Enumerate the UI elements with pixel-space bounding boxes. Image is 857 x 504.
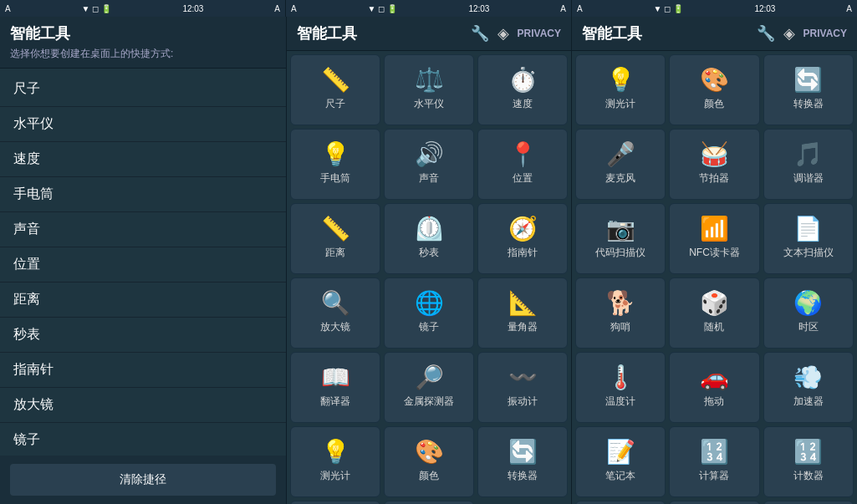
tool-label: 调谐器 [793, 171, 824, 186]
panel-middle-header: 智能工具 🔧 ◈ PRIVACY [287, 17, 571, 51]
grid-item[interactable]: 🌐镜子 [384, 277, 474, 349]
list-item[interactable]: 手电筒 [0, 177, 286, 212]
tool-label: 时区 [798, 320, 819, 334]
grid-item[interactable]: 〰️振动计 [477, 352, 568, 423]
gps-icon: ◈ [497, 24, 509, 43]
status-icons-1: ▼ ◻ 🔋 [82, 4, 112, 13]
tool-label: 振动计 [508, 395, 538, 409]
list-item[interactable]: 放大镜 [0, 388, 286, 423]
tool-label: 加速器 [793, 395, 824, 409]
grid-item[interactable]: 💡手电筒 [290, 129, 380, 200]
panel-middle-title: 智能工具 [297, 23, 462, 43]
clear-shortcuts-button[interactable]: 清除捷径 [10, 464, 276, 496]
grid-item[interactable]: 🎨颜色 [384, 426, 474, 497]
tool-label: 距离 [325, 246, 345, 260]
tool-icon: 🎨 [700, 69, 729, 92]
status-left-2: A [291, 4, 297, 13]
grid-item[interactable]: 📍位置 [477, 129, 568, 200]
grid-item[interactable]: 📏距离 [290, 203, 380, 274]
grid-item[interactable]: 📷代码扫描仪 [575, 203, 666, 274]
grid-item[interactable]: 🔄转换器 [477, 426, 568, 497]
list-item[interactable]: 尺子 [0, 72, 286, 107]
list-item[interactable]: 速度 [0, 142, 286, 177]
panel-left-list: 尺子水平仪速度手电筒声音位置距离秒表指南针放大镜镜子 [0, 69, 286, 456]
grid-item[interactable]: 💡测光计 [575, 54, 666, 125]
tool-icon: 🧭 [508, 217, 538, 241]
grid-item[interactable]: 📶NFC读卡器 [669, 203, 759, 274]
grid-item[interactable]: 📏尺子 [290, 54, 380, 125]
tool-label: 拖动 [704, 395, 724, 409]
grid-item[interactable]: 🔊声音 [384, 129, 474, 200]
grid-item[interactable]: 🔎金属探测器 [384, 352, 474, 423]
tool-icon: 📷 [606, 217, 635, 241]
grid-item[interactable]: ⚖️水平仪 [384, 54, 474, 125]
grid-item[interactable]: 🎤麦克风 [575, 129, 666, 200]
tool-icon: 🔍 [321, 292, 350, 315]
panel-left-header: 智能工具 选择你想要创建在桌面上的快捷方式: [0, 17, 286, 69]
wrench-icon-right: 🔧 [757, 24, 775, 43]
tool-label: 颜色 [419, 469, 439, 483]
tool-label: 手电筒 [320, 171, 350, 186]
grid-item[interactable]: ⚙️⚙ [290, 501, 380, 504]
grid-item[interactable]: 🎵🎵 [384, 501, 474, 504]
grid-item[interactable]: 📐量角器 [477, 277, 568, 349]
status-time-1: 12:03 [182, 4, 203, 13]
grid-item[interactable]: 🎵调谐器 [763, 129, 854, 200]
tool-label: 位置 [513, 171, 533, 186]
tool-label: 麦克风 [605, 171, 635, 186]
status-bar-1: A ▼ ◻ 🔋 12:03 A [0, 0, 285, 17]
grid-item[interactable]: 🌍时区 [763, 277, 854, 349]
grid-item[interactable]: 🐕狗哨 [575, 277, 666, 349]
grid-item[interactable]: 🧭指南针 [477, 203, 568, 274]
grid-item[interactable]: 🎨颜色 [669, 54, 759, 125]
panel-left-subtitle: 选择你想要创建在桌面上的快捷方式: [10, 47, 276, 61]
grid-item[interactable]: 👣👣 [575, 501, 666, 504]
panel-right: 智能工具 🔧 ◈ PRIVACY 💡测光计🎨颜色🔄转换器🎤麦克风🥁节拍器🎵调谐器… [572, 17, 857, 504]
panel-left-title: 智能工具 [10, 23, 276, 43]
list-item[interactable]: 声音 [0, 212, 286, 247]
tool-label: 量角器 [508, 320, 538, 334]
panel-middle: 智能工具 🔧 ◈ PRIVACY 📏尺子⚖️水平仪⏱️速度💡手电筒🔊声音📍位置📏… [287, 17, 572, 504]
grid-item[interactable]: ⏱️速度 [477, 54, 568, 125]
grid-item[interactable]: 📖翻译器 [290, 352, 380, 423]
tool-icon: 📖 [321, 366, 350, 389]
grid-item[interactable]: ⏲️秒表 [384, 203, 474, 274]
grid-item[interactable]: 🥁节拍器 [669, 129, 759, 200]
tool-label: 笔记本 [605, 469, 635, 483]
grid-item[interactable]: 💡测光计 [290, 426, 380, 497]
tool-icon: 🔄 [793, 69, 823, 92]
grid-item[interactable]: 🔢计算器 [669, 426, 759, 497]
grid-item[interactable]: 🔄转换器 [763, 54, 854, 125]
wrench-icon: 🔧 [471, 24, 489, 43]
tool-icon: 📶 [700, 217, 729, 241]
tool-icon: 🥁 [700, 143, 729, 166]
tool-icon: 📏 [321, 217, 350, 241]
tool-icon: 💡 [321, 440, 350, 464]
grid-item[interactable]: 🚗拖动 [669, 352, 759, 423]
tool-icon: 🌡️ [606, 366, 635, 389]
grid-item[interactable]: 🎲随机 [669, 277, 759, 349]
list-item[interactable]: 指南针 [0, 353, 286, 388]
grid-item[interactable]: 🌡️温度计 [575, 352, 666, 423]
tool-label: 声音 [419, 171, 439, 186]
grid-item[interactable]: 📝笔记本 [575, 426, 666, 497]
panel-middle-grid: 📏尺子⚖️水平仪⏱️速度💡手电筒🔊声音📍位置📏距离⏲️秒表🧭指南针🔍放大镜🌐镜子… [290, 54, 568, 504]
grid-item[interactable]: 📄文本扫描仪 [763, 203, 854, 274]
grid-item[interactable]: ⏰⏰ [763, 501, 854, 504]
panel-middle-grid-container: 📏尺子⚖️水平仪⏱️速度💡手电筒🔊声音📍位置📏距离⏲️秒表🧭指南针🔍放大镜🌐镜子… [287, 51, 571, 504]
status-right-1: A [274, 4, 280, 13]
list-item[interactable]: 距离 [0, 283, 286, 318]
list-item[interactable]: 镜子 [0, 423, 286, 456]
list-item[interactable]: 水平仪 [0, 107, 286, 142]
tool-label: 镜子 [419, 320, 439, 334]
privacy-label-right: PRIVACY [803, 28, 847, 39]
list-item[interactable]: 位置 [0, 247, 286, 283]
status-bars: A ▼ ◻ 🔋 12:03 A A ▼ ◻ 🔋 12:03 A A ▼ ◻ 🔋 … [0, 0, 857, 17]
grid-item[interactable]: 📊RMI [669, 501, 759, 504]
grid-item[interactable]: 🔢计数器 [763, 426, 854, 497]
status-left-3: A [577, 4, 583, 13]
grid-item[interactable]: 🔍放大镜 [290, 277, 380, 349]
grid-item[interactable]: 💨加速器 [763, 352, 854, 423]
list-item[interactable]: 秒表 [0, 318, 286, 353]
panel-left-footer: 清除捷径 [0, 456, 286, 504]
